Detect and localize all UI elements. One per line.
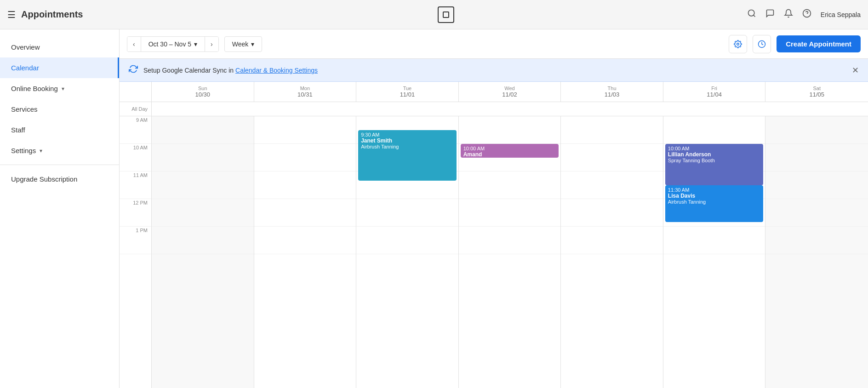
calendar-days-header: Sun10/30Mon10/31Tue11/01Wed11/02Thu11/03… [152, 82, 868, 102]
create-appointment-button[interactable]: Create Appointment [777, 35, 861, 52]
sidebar-item-online-booking[interactable]: Online Booking ▾ [0, 78, 119, 99]
appointment[interactable]: 9:30 AM Janet Smith Airbrush Tanning [358, 130, 457, 181]
top-header: ☰ Appointments Erica Seppala [0, 0, 868, 29]
time-slot: 11 AM [120, 171, 151, 199]
appt-service: Airbrush Tanning [361, 144, 454, 149]
banner-text: Setup Google Calendar Sync in Calendar &… [143, 67, 846, 74]
hour-line [561, 227, 663, 254]
date-range-chevron: ▾ [194, 40, 197, 48]
hour-line [663, 227, 765, 254]
help-icon[interactable] [802, 9, 811, 20]
time-slot: 10 AM [120, 144, 151, 171]
sidebar: Overview Calendar Online Booking ▾ Servi… [0, 29, 120, 388]
appt-time: 9:30 AM [361, 132, 454, 137]
day-column-1[interactable] [254, 116, 357, 388]
week-selector[interactable]: Week ▾ [224, 36, 263, 52]
day-column-4[interactable] [561, 116, 663, 388]
sidebar-label-staff: Staff [11, 126, 25, 134]
appointment[interactable]: 10:00 AM Lillian Anderson Spray Tanning … [665, 144, 764, 185]
bell-icon[interactable] [784, 9, 793, 20]
week-chevron-icon: ▾ [251, 40, 254, 48]
hour-line [254, 199, 356, 227]
hour-line [765, 199, 868, 227]
day-header-5: Fri11/04 [663, 82, 766, 102]
day-header-0: Sun10/30 [152, 82, 254, 102]
appointment[interactable]: 10:00 AM Amand [461, 144, 559, 158]
appt-time: 10:00 AM [463, 146, 556, 151]
appt-time: 10:00 AM [668, 146, 761, 151]
appt-name: Lillian Anderson [668, 151, 761, 158]
sidebar-label-online-booking: Online Booking [11, 85, 58, 92]
chat-icon[interactable] [765, 9, 775, 20]
date-range-display[interactable]: Oct 30 – Nov 5 ▾ [141, 37, 205, 51]
main-layout: Overview Calendar Online Booking ▾ Servi… [0, 29, 868, 388]
calendar-body[interactable]: 9 AM10 AM11 AM12 PM1 PM 9:30 AM Janet Sm… [120, 116, 868, 388]
day-header-1: Mon10/31 [254, 82, 357, 102]
app-title: Appointments [21, 9, 83, 20]
day-column-2[interactable]: 9:30 AM Janet Smith Airbrush Tanning [356, 116, 459, 388]
sidebar-item-services[interactable]: Services [0, 99, 119, 120]
settings-button[interactable] [729, 35, 747, 53]
hour-line [254, 227, 356, 254]
hour-line [152, 199, 254, 227]
hour-line [254, 171, 356, 199]
prev-button[interactable]: ‹ [127, 37, 141, 51]
next-button[interactable]: › [205, 37, 218, 51]
search-icon[interactable] [747, 9, 756, 20]
day-header-6: Sat11/05 [765, 82, 868, 102]
time-slot: 9 AM [120, 116, 151, 144]
sync-icon [129, 64, 138, 76]
content-area: ‹ Oct 30 – Nov 5 ▾ › Week ▾ Create Appoi… [120, 29, 868, 388]
hour-line [765, 171, 868, 199]
week-label: Week [232, 40, 249, 48]
hour-line [254, 116, 356, 144]
svg-point-4 [737, 43, 739, 45]
day-column-6[interactable] [765, 116, 868, 388]
sidebar-item-staff[interactable]: Staff [0, 120, 119, 140]
settings-chevron-icon: ▾ [40, 148, 42, 154]
day-column-0[interactable] [152, 116, 254, 388]
hour-line [561, 144, 663, 171]
hour-line [152, 171, 254, 199]
hour-line [561, 199, 663, 227]
time-slot: 1 PM [120, 227, 151, 254]
hour-line [459, 227, 561, 254]
date-nav: ‹ Oct 30 – Nov 5 ▾ › [127, 36, 219, 52]
svg-line-1 [754, 15, 755, 17]
sidebar-item-calendar[interactable]: Calendar [0, 57, 119, 78]
hour-line [561, 116, 663, 144]
hamburger-icon[interactable]: ☰ [7, 9, 16, 20]
hour-line [459, 171, 561, 199]
sidebar-divider [0, 165, 119, 165]
upgrade-label: Upgrade Subscription [11, 175, 77, 183]
day-column-3[interactable]: 10:00 AM Amand [459, 116, 561, 388]
appt-name: Janet Smith [361, 137, 454, 144]
day-column-5[interactable]: 10:00 AM Lillian Anderson Spray Tanning … [663, 116, 766, 388]
appt-name: Amand [463, 151, 556, 158]
hour-line [356, 199, 458, 227]
day-header-3: Wed11/02 [459, 82, 561, 102]
allday-label: All Day [120, 102, 152, 116]
hour-line [356, 227, 458, 254]
google-calendar-banner: Setup Google Calendar Sync in Calendar &… [120, 59, 868, 82]
appt-time: 11:30 AM [668, 187, 761, 193]
hour-line [459, 116, 561, 144]
sidebar-item-overview[interactable]: Overview [0, 37, 119, 57]
hour-line [561, 171, 663, 199]
sidebar-item-settings[interactable]: Settings ▾ [0, 140, 119, 161]
hour-line [152, 227, 254, 254]
time-slot: 12 PM [120, 199, 151, 227]
square-logo [438, 6, 454, 23]
appointment[interactable]: 11:30 AM Lisa Davis Airbrush Tanning [665, 185, 764, 222]
allday-cells [152, 102, 868, 116]
calendar-header: Sun10/30Mon10/31Tue11/01Wed11/02Thu11/03… [120, 82, 868, 102]
appt-service: Airbrush Tanning [668, 199, 761, 205]
time-gutter: 9 AM10 AM11 AM12 PM1 PM [120, 116, 152, 388]
sidebar-item-upgrade[interactable]: Upgrade Subscription [0, 169, 119, 189]
toolbar: ‹ Oct 30 – Nov 5 ▾ › Week ▾ Create Appoi… [120, 29, 868, 59]
hour-line [765, 144, 868, 171]
banner-close-icon[interactable]: ✕ [852, 65, 859, 75]
banner-link[interactable]: Calendar & Booking Settings [235, 67, 318, 74]
clock-button[interactable] [753, 35, 771, 53]
hour-line [152, 116, 254, 144]
